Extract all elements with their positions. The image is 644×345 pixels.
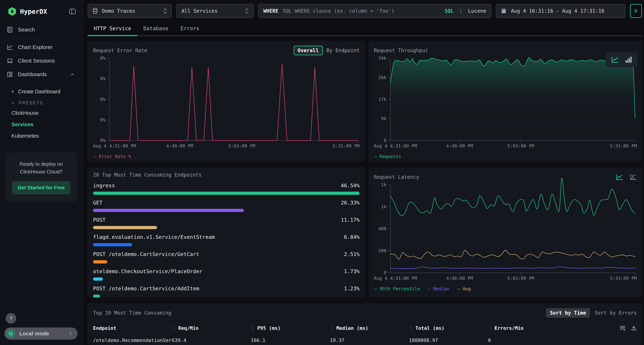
sidebar-item-clickhouse[interactable]: ClickHouse [0,107,82,119]
sidebar-item-services[interactable]: Services [0,119,82,130]
drag-handle-icon[interactable]: ⋮ [488,326,492,331]
source-select-value: Demo Traces [102,8,159,14]
x-axis-label: 4:48:00 PM [166,143,194,149]
time-range-picker[interactable]: Aug 4 16:31:16 - Aug 4 17:31:16 [496,4,626,18]
sidebar-item-kubernetes[interactable]: Kubernetes [0,130,82,142]
panel-top-endpoints: 20 Top Most Time Consuming Endpoints ing… [88,167,365,298]
endpoint-row-head: POST /oteldemo.CartService/GetCart2.51% [93,251,360,257]
service-select[interactable]: All Services [176,4,254,18]
table-header-cell[interactable]: ⋮Total (ms) [409,325,488,331]
x-axis-labels: Aug 4 4:31:00 PM4:48:00 PM5:03:00 PM5:31… [374,276,637,282]
table-row[interactable]: /oteldemo.RecommendationServ639.4166.119… [93,338,637,343]
user-menu[interactable]: U Local mode [4,328,78,340]
chart-legend-item[interactable]: — Median [428,286,449,291]
y-axis-label: 0 [374,138,386,143]
presets-list: ClickHouseServicesKubernetes [0,107,82,142]
tab-database[interactable]: Database [138,22,174,35]
endpoint-row[interactable]: POST /oteldemo.CartService/GetCart2.51% [93,251,360,264]
endpoint-bar [93,192,360,195]
sidebar-item-client-sessions[interactable]: Client Sessions [0,54,82,67]
hyperdx-logo[interactable]: HyperDX [8,7,47,16]
app-root: HyperDX SearchChart ExplorerClient Sessi… [0,0,644,345]
table-header-cell[interactable]: ⋮P95 (ms) [251,325,330,331]
histogram-icon[interactable] [630,174,637,180]
source-select[interactable]: Demo Traces [88,4,172,18]
overall-button[interactable]: Overall [294,46,323,55]
panel-head: Top 20 Most Time Consuming Sort by Time … [93,308,637,318]
x-axis-labels: Aug 4 4:31:00 PM4:48:00 PM5:03:00 PM5:31… [374,143,637,150]
chart-legend-item[interactable]: — 95th Percentile [374,286,420,291]
tab-http-service[interactable]: HTTP Service [88,22,138,35]
endpoint-name: flagd.evaluation.v1.Service/EventStream [93,234,215,240]
x-axis-label: 5:31:00 PM [332,143,360,149]
endpoint-row[interactable]: ingress46.54% [93,183,360,195]
endpoint-bar-fill [93,209,244,212]
sort-by-errors-button[interactable]: Sort by Errors [595,310,637,316]
sidebar-item-label: Dashboards [18,71,65,77]
endpoint-bar [93,243,360,246]
tab-errors[interactable]: Errors [174,22,205,35]
plus-icon: + [11,88,14,95]
endpoint-name: oteldemo.CheckoutService/PlaceOrder [93,268,202,274]
panel-title: 20 Top Most Time Consuming Endpoints [93,172,202,178]
drag-handle-icon[interactable]: ⋮ [251,326,255,331]
chart-legend-item[interactable]: — Requests [374,154,401,159]
language-lucene-toggle[interactable]: Lucene [468,8,486,14]
where-keyword: WHERE [263,8,278,14]
download-icon[interactable] [631,325,637,331]
language-sql-toggle[interactable]: SQL [444,8,454,14]
chart-legend-item[interactable]: — Avg [457,286,471,291]
get-started-button[interactable]: Get Started for Free [12,181,70,194]
run-query-button[interactable] [630,4,642,18]
endpoint-percent: 2.51% [344,251,360,257]
sidebar-item-chart-explorer[interactable]: Chart Explorer [0,40,82,54]
x-axis-label: 4:48:00 PM [446,143,473,149]
divider [0,83,82,83]
by-endpoint-button[interactable]: By Endpoint [326,47,360,53]
where-clause-field[interactable]: WHERE SQL | Lucene [258,4,491,18]
table-header-cell[interactable]: Endpoint [93,325,172,331]
throughput-chart[interactable]: 09k17k26k34kAug 4 4:31:00 PM4:48:00 PM5:… [374,58,637,159]
wrap-lines-icon[interactable] [619,325,626,331]
sidebar-item-label: Search [18,27,75,33]
sidebar-nav: SearchChart ExplorerClient SessionsDashb… [0,20,82,85]
where-input[interactable] [283,8,440,14]
endpoint-row[interactable]: POST /oteldemo.CartService/AddItem1.23% [93,286,360,298]
error-rate-chart[interactable]: 0%0%0%0%0%Aug 4 4:31:00 PM4:48:00 PM5:03… [93,58,360,159]
drag-handle-icon[interactable]: ⋮ [409,326,413,331]
sort-by-time-button[interactable]: Sort by Time [546,308,590,318]
endpoint-bar-fill [93,295,100,298]
endpoint-row[interactable]: flagd.evaluation.v1.Service/EventStream6… [93,234,360,246]
select-chevrons-icon [245,8,249,14]
series-line [390,178,635,216]
table-header-cell[interactable]: ⋮Errors/Min [488,325,614,331]
service-select-value: All Services [182,8,241,14]
endpoint-row-head: POST /oteldemo.CartService/AddItem1.23% [93,286,360,292]
sidebar-collapse-icon[interactable] [69,8,76,14]
create-dashboard-button[interactable]: + Create Dashboard [0,85,82,97]
latency-chart[interactable]: 02004001k1kAug 4 4:31:00 PM4:48:00 PM5:0… [374,184,637,291]
endpoint-bar [93,295,360,298]
endpoint-row[interactable]: oteldemo.CheckoutService/PlaceOrder1.73% [93,268,360,281]
table-header-cell[interactable]: ⋮Req/Min [172,325,251,331]
chart-plot[interactable] [390,58,635,141]
drag-handle-icon[interactable]: ⋮ [330,326,334,331]
y-axis-label: 0% [93,56,106,61]
endpoint-name: POST /oteldemo.CartService/GetCart [93,251,199,257]
drag-handle-icon[interactable]: ⋮ [172,326,176,331]
chart-legend-item[interactable]: — Error Rate % [94,154,131,159]
y-axis-label: 0% [93,76,106,81]
sidebar-item-search[interactable]: Search [0,23,82,36]
line-chart-icon[interactable] [616,174,623,180]
endpoint-row[interactable]: POST11.17% [93,217,360,229]
presets-toggle[interactable]: PRESETS [0,97,82,107]
x-axis-label: Aug 4 4:31:00 PM [374,143,417,149]
chart-plot[interactable] [390,185,635,274]
chart-plot[interactable] [110,58,358,141]
x-axis-label: 5:31:00 PM [610,276,637,281]
sidebar-item-dashboards[interactable]: Dashboards [0,67,82,81]
help-button[interactable]: ? [6,313,16,324]
endpoint-row[interactable]: GET26.33% [93,200,360,212]
panel-head: Request Latency [374,172,637,182]
table-header-cell[interactable]: ⋮Median (ms) [330,325,409,331]
